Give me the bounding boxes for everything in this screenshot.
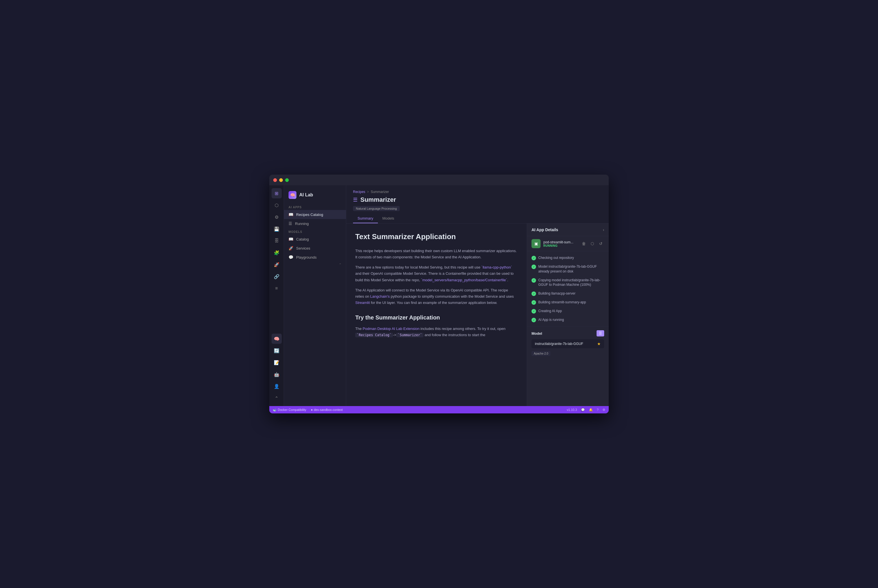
article-heading: Text Summarizer Application <box>355 230 518 243</box>
try-heading: Try the Summarizer Application <box>355 313 518 322</box>
nav-icon-puzzle[interactable]: ⚙ <box>271 212 282 222</box>
nav-icon-network[interactable]: 🔗 <box>271 272 282 282</box>
titlebar <box>269 175 609 185</box>
nav-icon-bot[interactable]: 🤖 <box>271 369 282 380</box>
pod-delete-button[interactable]: 🗑 <box>580 240 587 247</box>
docker-label: Docker Compatibility <box>278 408 306 411</box>
try-code1: `Recipes Catalog` <box>355 333 393 337</box>
nav-icon-cylinder[interactable]: 🗄 <box>271 236 282 246</box>
app-window: ⊞ ⬡ ⚙ 💾 🗄 🧩 🚀 🔗 ≡ 🧠 🔄 📝 🤖 👤 ⌃ 🧠 AI Lab A… <box>269 175 609 413</box>
model-header: Model ☰ <box>532 330 604 336</box>
breadcrumb: Recipes > Summarizer <box>353 190 602 194</box>
try-end: and follow the instructions to start the <box>424 333 485 337</box>
nav-icon-ailab[interactable]: 🧠 <box>271 334 282 344</box>
llama-link[interactable]: `llama-cpp-python` <box>481 265 512 269</box>
pod-info: pod-streamlit-sum... RUNNING <box>543 240 578 247</box>
nav-icon-grid[interactable]: ⊞ <box>271 188 282 198</box>
para2-prefix: There are a few options today for local … <box>355 265 481 269</box>
nav-icon-notes[interactable]: 📝 <box>271 357 282 368</box>
article-para3: The AI Application will connect to the M… <box>355 287 518 306</box>
langchain-link[interactable]: Langchain's <box>370 294 390 298</box>
nav-icon-disk[interactable]: 💾 <box>271 224 282 234</box>
minimize-button[interactable] <box>279 178 283 182</box>
status-text-ai-running: AI App is running <box>538 318 564 322</box>
status-dot-building-app: ✓ <box>532 300 536 305</box>
sidebar-item-recipes-catalog[interactable]: 📖 Recipes Catalog <box>284 210 346 219</box>
panel-header: AI App Details › <box>527 224 609 236</box>
containerfile-link[interactable]: `model_servers/llamacpp_python/base/Cont… <box>421 278 507 282</box>
breadcrumb-parent[interactable]: Recipes <box>353 190 365 194</box>
status-dot-building-server: ✓ <box>532 291 536 296</box>
article-area: Text Summarizer Application This recipe … <box>346 224 527 406</box>
left-nav: 🧠 AI Lab AI APPS 📖 Recipes Catalog ☰ Run… <box>284 185 346 406</box>
try-para: The Podman Desktop AI Lab Extension incl… <box>355 326 518 338</box>
close-button[interactable] <box>273 178 277 182</box>
running-icon: ☰ <box>289 221 292 226</box>
pod-name: pod-streamlit-sum... <box>543 240 578 244</box>
status-dot-model-present: ✓ <box>532 265 536 269</box>
playgrounds-icon: 💬 <box>289 255 293 260</box>
tab-summary[interactable]: Summary <box>353 214 378 223</box>
settings-icon[interactable]: ⚙ <box>602 408 605 412</box>
statusbar-docker[interactable]: 🐋 Docker Compatibility <box>273 408 306 412</box>
ai-lab-ext-link[interactable]: AI Lab Extension <box>391 327 420 331</box>
model-label: Model <box>532 332 542 336</box>
sidebar-item-running[interactable]: ☰ Running <box>284 219 346 228</box>
nav-icon-extensions[interactable]: 🧩 <box>271 248 282 258</box>
nav-icon-rocket[interactable]: 🚀 <box>271 260 282 270</box>
model-name-row: instructlab/granite-7b-lab-GGUF ★ <box>532 339 604 348</box>
page-title: Summarizer <box>360 196 396 204</box>
try-code2: `Summarizer` <box>396 333 424 337</box>
nav-collapse-button[interactable]: ⌃ <box>284 262 346 268</box>
sidebar-item-services[interactable]: 🚀 Services <box>284 244 346 253</box>
sidebar-item-catalog[interactable]: 📖 Catalog <box>284 235 346 244</box>
status-dot-creating-ai: ✓ <box>532 309 536 314</box>
nav-icon-layers[interactable]: ≡ <box>271 283 282 293</box>
status-item-building-app: ✓ Building streamlit-summary-app <box>527 298 609 307</box>
para2-end: . <box>507 278 508 282</box>
help-icon[interactable]: ? <box>597 408 599 411</box>
sidebar-item-playgrounds[interactable]: 💬 Playgrounds <box>284 253 346 262</box>
model-name: instructlab/granite-7b-lab-GGUF <box>535 342 583 346</box>
right-panel: AI App Details › ▣ pod-streamlit-sum... … <box>527 224 609 406</box>
para3-end: for the UI layer. You can find an exampl… <box>370 300 497 305</box>
model-section: Model ☰ instructlab/granite-7b-lab-GGUF … <box>527 327 609 359</box>
brand-name: AI Lab <box>299 192 313 198</box>
pod-row: ▣ pod-streamlit-sum... RUNNING 🗑 ⬡ ↺ <box>527 236 609 251</box>
running-label: Running <box>295 222 309 226</box>
nav-icon-collapse[interactable]: ⌃ <box>271 393 282 403</box>
article-para1: This recipe helps developers start build… <box>355 248 518 260</box>
bell-icon[interactable]: 🔔 <box>589 408 593 412</box>
chat-icon[interactable]: 💬 <box>581 408 585 412</box>
nav-icon-update[interactable]: 🔄 <box>271 345 282 356</box>
nav-icon-cube[interactable]: ⬡ <box>271 200 282 210</box>
status-item-model-present: ✓ Model instructlab/granite-7b-lab-GGUF … <box>527 262 609 276</box>
status-text-copying: Copying model instructlab/granite-7b-lab… <box>538 278 604 288</box>
model-list-button[interactable]: ☰ <box>596 330 604 336</box>
status-list: ✓ Checking out repository ✓ Model instru… <box>527 251 609 327</box>
status-text-creating-ai: Creating AI App <box>538 309 562 314</box>
brand-icon: 🧠 <box>289 191 297 199</box>
pod-open-button[interactable]: ⬡ <box>589 240 596 247</box>
panel-expand-icon[interactable]: › <box>603 228 604 232</box>
main-content: Recipes > Summarizer ☰ Summarizer Natura… <box>346 185 609 406</box>
statusbar-context[interactable]: ● dev-sandbox-context <box>311 408 343 411</box>
maximize-button[interactable] <box>285 178 289 182</box>
breadcrumb-current: Summarizer <box>370 190 389 194</box>
model-star-icon[interactable]: ★ <box>597 342 601 346</box>
docker-icon: 🐋 <box>273 408 277 412</box>
breadcrumb-separator: > <box>367 190 369 194</box>
nav-icon-person[interactable]: 👤 <box>271 381 282 392</box>
page-title-row: ☰ Summarizer <box>353 196 602 204</box>
pod-restart-button[interactable]: ↺ <box>598 240 604 247</box>
ai-apps-label: AI APPS <box>284 204 346 210</box>
status-dot-ai-running: ✓ <box>532 318 536 322</box>
status-dot-copying: ✓ <box>532 278 536 283</box>
tab-models[interactable]: Models <box>378 214 399 223</box>
status-item-copying: ✓ Copying model instructlab/granite-7b-l… <box>527 276 609 290</box>
recipes-catalog-icon: 📖 <box>289 212 293 217</box>
tab-bar: Summary Models <box>353 214 602 223</box>
podman-desktop-link[interactable]: Podman Desktop <box>363 327 391 331</box>
streamlit-link[interactable]: Streamlit <box>355 300 370 305</box>
status-text-checkout: Checking out repository <box>538 255 574 260</box>
